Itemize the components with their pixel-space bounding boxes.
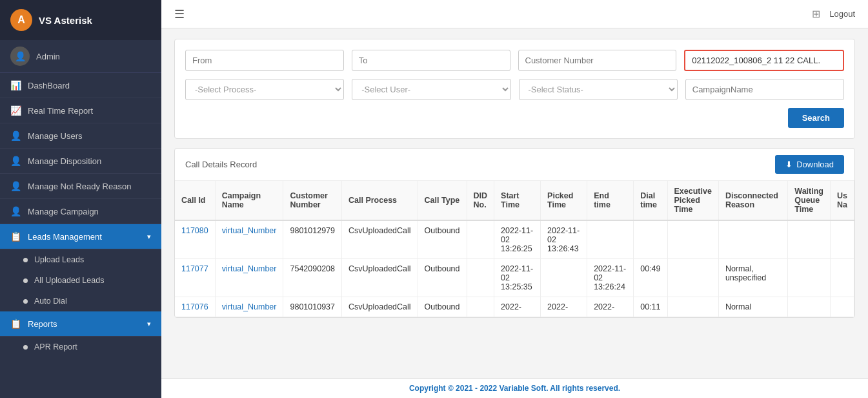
table-cell: 2022- bbox=[587, 297, 634, 317]
user-section: 👤 Admin bbox=[0, 40, 161, 73]
topbar-right: ⊞ Logout bbox=[812, 8, 855, 20]
dot-icon bbox=[23, 299, 28, 304]
dashboard-icon: 📊 bbox=[10, 80, 21, 90]
sidebar-sub-item-upload-leads[interactable]: Upload Leads bbox=[0, 249, 161, 270]
col-call-process: Call Process bbox=[342, 181, 418, 220]
from-input[interactable] bbox=[185, 50, 344, 71]
col-call-type: Call Type bbox=[418, 181, 467, 220]
sidebar-item-manage-campaign[interactable]: 👤 Manage Campaign bbox=[0, 199, 161, 224]
footer-rights: All rights reserved. bbox=[548, 384, 620, 393]
footer: Copyright © 2021 - 2022 Variable Soft. A… bbox=[161, 378, 868, 398]
logout-button[interactable]: Logout bbox=[829, 9, 855, 19]
col-campaign-name: CampaignName bbox=[215, 181, 283, 220]
sidebar-item-label: Real Time Report bbox=[28, 106, 93, 116]
app-name: VS Asterisk bbox=[39, 15, 92, 26]
table-cell bbox=[541, 259, 587, 297]
table-cell bbox=[634, 220, 667, 259]
sub-item-label: Auto Dial bbox=[34, 297, 67, 306]
sidebar-item-realtime[interactable]: 📈 Real Time Report bbox=[0, 98, 161, 123]
table-cell bbox=[667, 220, 718, 259]
sub-item-label: Upload Leads bbox=[34, 255, 84, 264]
table-wrapper: Call Id CampaignName CustomerNumber Call… bbox=[175, 181, 854, 317]
user-select[interactable]: -Select User- bbox=[352, 79, 510, 100]
col-disconnected-reason: DisconnectedReason bbox=[718, 181, 787, 220]
not-ready-icon: 👤 bbox=[10, 181, 21, 191]
chevron-down-icon: ▾ bbox=[147, 233, 151, 241]
sidebar-item-label: Manage Users bbox=[28, 131, 83, 141]
filter-row-2: -Select Process- -Select User- -Select S… bbox=[185, 79, 844, 100]
grid-icon[interactable]: ⊞ bbox=[812, 8, 820, 20]
table-cell bbox=[830, 259, 854, 297]
filter-row-1 bbox=[185, 50, 844, 71]
to-input[interactable] bbox=[352, 50, 510, 71]
sidebar-sub-item-apr-report[interactable]: APR Report bbox=[0, 337, 161, 357]
download-icon: ⬇ bbox=[785, 160, 792, 169]
process-select[interactable]: -Select Process- bbox=[185, 79, 344, 100]
user-name: Admin bbox=[36, 52, 60, 61]
table-cell: 7542090208 bbox=[283, 259, 342, 297]
realtime-icon: 📈 bbox=[10, 105, 21, 116]
sidebar-item-dashboard[interactable]: 📊 DashBoard bbox=[0, 73, 161, 98]
col-end-time: Endtime bbox=[587, 181, 634, 220]
logo-avatar: A bbox=[10, 9, 32, 31]
table-cell[interactable]: virtual_Number bbox=[215, 297, 283, 317]
leads-icon: 📋 bbox=[10, 231, 21, 242]
table-cell[interactable]: virtual_Number bbox=[215, 220, 283, 259]
table-cell: CsvUploadedCall bbox=[342, 259, 418, 297]
table-cell: Normal, unspecified bbox=[718, 259, 787, 297]
table-cell: Outbound bbox=[418, 259, 467, 297]
table-header-bar: Call Details Record ⬇ Download bbox=[175, 149, 854, 181]
table-cell bbox=[788, 220, 831, 259]
table-cell bbox=[467, 220, 494, 259]
table-cell: CsvUploadedCall bbox=[342, 220, 418, 259]
search-button[interactable]: Search bbox=[788, 108, 844, 128]
sidebar-sub-item-all-uploaded-leads[interactable]: All Uploaded Leads bbox=[0, 270, 161, 291]
table-cell: Normal bbox=[718, 297, 787, 317]
main-area: ☰ ⊞ Logout -Select Process- -Select User… bbox=[161, 0, 868, 398]
sidebar-item-manage-disposition[interactable]: 👤 Manage Disposition bbox=[0, 149, 161, 174]
sidebar-item-label: Manage Disposition bbox=[28, 156, 101, 166]
table-row: 117077virtual_Number7542090208CsvUploade… bbox=[175, 259, 854, 297]
data-table: Call Id CampaignName CustomerNumber Call… bbox=[175, 181, 854, 317]
chevron-down-icon: ▾ bbox=[147, 320, 151, 328]
customer-number-value-input[interactable] bbox=[684, 50, 844, 71]
sidebar-sub-item-auto-dial[interactable]: Auto Dial bbox=[0, 291, 161, 311]
table-cell[interactable]: 117080 bbox=[175, 220, 215, 259]
table-cell: 2022- bbox=[541, 297, 587, 317]
user-avatar: 👤 bbox=[10, 47, 30, 66]
table-cell[interactable]: virtual_Number bbox=[215, 259, 283, 297]
table-cell: 00:49 bbox=[634, 259, 667, 297]
col-start-time: StartTime bbox=[494, 181, 541, 220]
campaign-icon: 👤 bbox=[10, 206, 21, 216]
table-cell bbox=[830, 297, 854, 317]
table-cell[interactable]: 117076 bbox=[175, 297, 215, 317]
users-icon: 👤 bbox=[10, 131, 21, 141]
download-button[interactable]: ⬇ Download bbox=[775, 155, 844, 174]
sidebar-item-reports[interactable]: 📋 Reports ▾ bbox=[0, 311, 161, 337]
table-cell bbox=[467, 297, 494, 317]
sidebar-item-label: Manage Not Ready Reason bbox=[28, 182, 131, 191]
table-cell: 00:11 bbox=[634, 297, 667, 317]
campaign-name-input[interactable] bbox=[685, 79, 844, 100]
reports-icon: 📋 bbox=[10, 319, 21, 329]
col-customer-number: CustomerNumber bbox=[283, 181, 342, 220]
footer-text: Copyright © 2021 - 2022 bbox=[409, 384, 500, 393]
customer-number-input[interactable] bbox=[518, 50, 677, 71]
table-cell bbox=[667, 259, 718, 297]
hamburger-icon[interactable]: ☰ bbox=[174, 7, 185, 21]
table-cell bbox=[667, 297, 718, 317]
table-cell[interactable]: 117077 bbox=[175, 259, 215, 297]
table-cell: 9801010937 bbox=[283, 297, 342, 317]
main-content: -Select Process- -Select User- -Select S… bbox=[161, 28, 868, 378]
filter-actions: Search bbox=[185, 108, 844, 128]
app-logo: A VS Asterisk bbox=[0, 0, 161, 40]
dot-icon bbox=[23, 278, 28, 283]
table-cell: 9801012979 bbox=[283, 220, 342, 259]
table-cell: Outbound bbox=[418, 297, 467, 317]
sidebar-item-leads-management[interactable]: 📋 Leads Management ▾ bbox=[0, 224, 161, 249]
status-select[interactable]: -Select Status- bbox=[519, 79, 678, 100]
topbar: ☰ ⊞ Logout bbox=[161, 0, 868, 28]
footer-brand: Variable Soft. bbox=[499, 384, 548, 393]
sidebar-item-manage-not-ready[interactable]: 👤 Manage Not Ready Reason bbox=[0, 174, 161, 199]
sidebar-item-manage-users[interactable]: 👤 Manage Users bbox=[0, 123, 161, 149]
